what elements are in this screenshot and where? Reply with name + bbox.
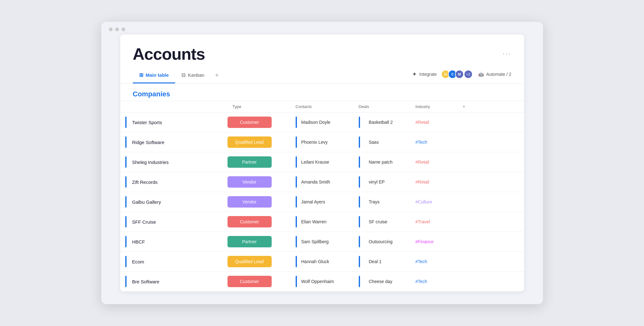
table-row[interactable]: Zift Records Vendor Amanda Smith vinyl E… xyxy=(120,172,524,192)
cell-empty xyxy=(458,232,524,252)
contact-bar xyxy=(296,216,297,227)
cell-contact-3: Amanda Smith xyxy=(291,172,354,192)
cell-empty xyxy=(458,152,524,172)
type-badge: Vendor xyxy=(227,176,272,188)
more-menu-button[interactable]: ··· xyxy=(503,50,511,58)
kanban-icon: ⊟ xyxy=(181,72,186,78)
tab-main-table-label: Main table xyxy=(146,72,169,78)
deal-name: Name patch xyxy=(364,160,393,165)
integrate-icon: ✦ xyxy=(412,71,417,78)
automate-button[interactable]: 🤖 Automate / 2 xyxy=(478,72,511,77)
table-row[interactable]: Ridge Software Qualified Lead Phoenix Le… xyxy=(120,132,524,152)
industry-tag: #Tech xyxy=(411,279,432,284)
cell-company-4: Galbu Gallery xyxy=(120,192,227,212)
cell-deal-1: Saas xyxy=(354,132,411,152)
cell-contact-2: Leilani Krause xyxy=(291,152,354,172)
table-container: Companies Type Contacts Deals Industry + xyxy=(120,84,524,292)
table-row[interactable]: Galbu Gallery Vendor Jamal Ayers Trays #… xyxy=(120,192,524,212)
deal-name: Saas xyxy=(364,140,379,145)
tabs-right: ✦ Integrate G C M +2 🤖 Automate / 2 xyxy=(412,70,511,82)
cell-empty xyxy=(458,192,524,212)
type-badge: Partner xyxy=(227,156,272,168)
cell-contact-1: Phoenix Levy xyxy=(291,132,354,152)
row-indicator xyxy=(125,216,127,227)
cell-company-3: Zift Records xyxy=(120,172,227,192)
deal-bar xyxy=(359,136,360,148)
table-row[interactable]: Sheleg Industries Partner Leilani Krause… xyxy=(120,152,524,172)
avatar-badge: +2 xyxy=(464,70,472,78)
table-row[interactable]: Ecom Qualified Lead Hannah Gluck Deal 1 … xyxy=(120,252,524,272)
company-name: Bre Software xyxy=(132,279,160,284)
browser-window: Accounts ··· ⊞ Main table ⊟ Kanban + ✦ I… xyxy=(101,22,543,304)
deal-bar xyxy=(359,256,360,267)
deal-name: Cheese day xyxy=(364,279,393,284)
cell-deal-7: Deal 1 xyxy=(354,252,411,271)
deal-bar xyxy=(359,216,360,227)
contact-bar xyxy=(296,196,297,208)
tab-main-table[interactable]: ⊞ Main table xyxy=(133,69,175,83)
table-row[interactable]: Twister Sports Customer Madison Doyle Ba… xyxy=(120,112,524,132)
industry-tag: #Retail xyxy=(411,160,434,165)
row-indicator xyxy=(125,136,127,148)
cell-empty xyxy=(458,212,524,232)
col-header-industry: Industry xyxy=(411,101,458,112)
contact-name: Jamal Ayers xyxy=(301,199,325,204)
col-header-type: Type xyxy=(227,101,291,112)
industry-tag: #Finance xyxy=(411,239,439,244)
deal-name: Basketball 2 xyxy=(364,120,393,125)
deal-name: vinyl EP xyxy=(364,179,385,184)
cell-empty xyxy=(458,172,524,192)
cell-company-7: Ecom xyxy=(120,252,227,271)
table-row[interactable]: Bre Software Customer Wolf Oppenhaim Che… xyxy=(120,272,524,292)
tab-kanban[interactable]: ⊟ Kanban xyxy=(175,69,211,83)
company-name: SFF Cruise xyxy=(132,219,156,225)
cell-company-6: HBCF xyxy=(120,232,227,251)
cell-contact-5: Elian Warren xyxy=(291,212,354,232)
type-badge: Vendor xyxy=(227,196,272,208)
cell-empty xyxy=(458,252,524,272)
integrate-label: Integrate xyxy=(419,72,437,77)
cell-company-2: Sheleg Industries xyxy=(120,152,227,172)
integrate-button[interactable]: ✦ Integrate xyxy=(412,71,437,78)
add-column-button[interactable]: + xyxy=(458,101,524,112)
cell-empty xyxy=(458,132,524,152)
deal-bar xyxy=(359,196,360,208)
cell-company-5: SFF Cruise xyxy=(120,212,227,232)
cell-deal-0: Basketball 2 xyxy=(354,112,411,132)
avatar-3: M xyxy=(455,70,464,79)
deal-bar xyxy=(359,176,360,188)
row-indicator xyxy=(125,156,127,168)
cell-empty xyxy=(458,112,524,132)
add-tab-button[interactable]: + xyxy=(211,69,223,83)
cell-contact-7: Hannah Gluck xyxy=(291,252,354,271)
deal-bar xyxy=(359,236,360,247)
type-badge: Customer xyxy=(227,117,272,128)
deal-name: Outsourcing xyxy=(364,239,393,244)
industry-tag: #Retail xyxy=(411,120,434,125)
deal-name: Trays xyxy=(364,199,380,204)
cell-contact-4: Jamal Ayers xyxy=(291,192,354,212)
cell-deal-6: Outsourcing xyxy=(354,232,411,251)
cell-empty xyxy=(458,272,524,292)
contact-name: Sam Spillberg xyxy=(301,239,329,244)
row-indicator xyxy=(125,236,127,247)
type-badge: Customer xyxy=(227,276,272,287)
type-badge: Qualified Lead xyxy=(227,136,272,148)
col-header-company xyxy=(120,101,227,112)
contact-bar xyxy=(296,136,297,148)
cell-deal-2: Name patch xyxy=(354,152,411,172)
table-row[interactable]: HBCF Partner Sam Spillberg Outsourcing #… xyxy=(120,232,524,252)
cell-contact-0: Madison Doyle xyxy=(291,112,354,132)
tabs-bar: ⊞ Main table ⊟ Kanban + ✦ Integrate G C … xyxy=(120,63,524,84)
company-name: HBCF xyxy=(132,239,145,244)
table-row[interactable]: SFF Cruise Customer Elian Warren SF crui… xyxy=(120,212,524,232)
row-indicator xyxy=(125,117,127,128)
browser-dot-1 xyxy=(109,27,113,31)
table-icon: ⊞ xyxy=(139,72,143,78)
deal-bar xyxy=(359,156,360,168)
type-badge: Customer xyxy=(227,216,272,227)
cell-company-1: Ridge Software xyxy=(120,132,227,152)
contact-bar xyxy=(296,276,297,287)
table-section-header: Companies xyxy=(120,84,524,101)
contact-name: Elian Warren xyxy=(301,219,327,224)
